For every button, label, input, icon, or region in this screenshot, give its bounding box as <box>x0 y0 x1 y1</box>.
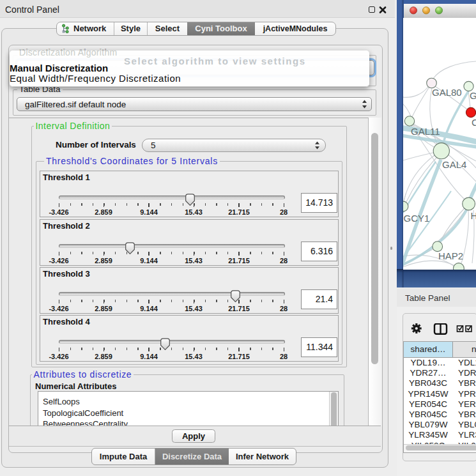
svg-text:GAL80: GAL80 <box>432 87 462 98</box>
svg-text:H: H <box>471 210 476 221</box>
svg-text:GAL4: GAL4 <box>442 159 466 170</box>
svg-text:C: C <box>472 117 476 128</box>
svg-text:GCY1: GCY1 <box>404 213 430 224</box>
svg-text:GAL11: GAL11 <box>411 126 440 137</box>
svg-text:HAP2: HAP2 <box>438 250 463 261</box>
svg-text:GA: GA <box>470 90 476 101</box>
